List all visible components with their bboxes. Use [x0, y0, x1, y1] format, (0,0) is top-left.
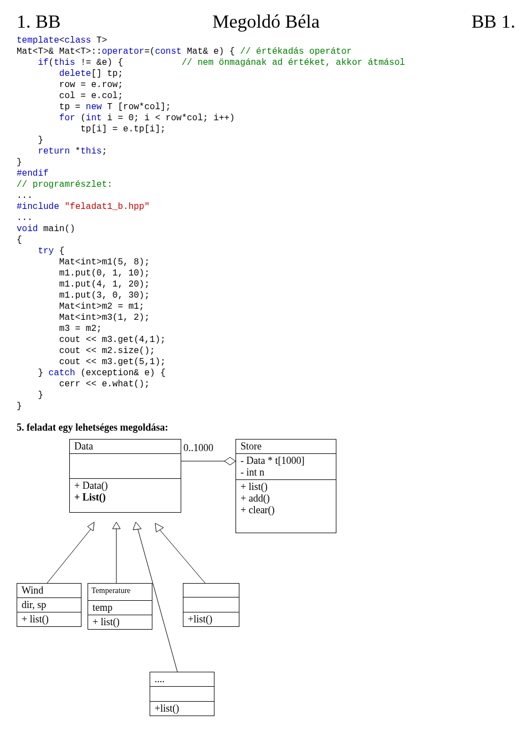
uml-class-temperature: Temperature temp + list(): [88, 583, 152, 630]
page-header: 1. BB Megoldó Béla BB 1.: [17, 11, 515, 32]
svg-marker-7: [155, 523, 163, 532]
header-center: Megoldó Béla: [60, 11, 471, 32]
svg-marker-5: [112, 522, 120, 529]
uml-class-anon2: .... +list(): [150, 672, 214, 716]
svg-marker-3: [88, 522, 94, 531]
uml-class-anon1: +list(): [183, 583, 239, 627]
section-heading: 5. feladat egy lehetséges megoldása:: [17, 422, 515, 433]
uml-class-store: Store - Data * t[1000] - int n + list() …: [236, 439, 336, 533]
uml-title: Store: [236, 440, 336, 454]
svg-marker-1: [224, 457, 236, 465]
assoc-label: 0..1000: [183, 442, 213, 454]
svg-marker-9: [133, 522, 141, 530]
header-right: BB 1.: [472, 11, 515, 32]
uml-title: Data: [70, 440, 181, 454]
uml-class-data: Data + Data() + List(): [69, 439, 181, 513]
svg-line-6: [158, 528, 205, 583]
svg-line-2: [47, 525, 94, 583]
uml-diagram: Data + Data() + List() Store - Data * t[…: [17, 439, 515, 733]
uml-class-wind: Wind dir, sp + list(): [17, 583, 81, 627]
code-block: template<class T> Mat<T>& Mat<T>::operat…: [17, 35, 515, 412]
header-left: 1. BB: [17, 11, 60, 32]
